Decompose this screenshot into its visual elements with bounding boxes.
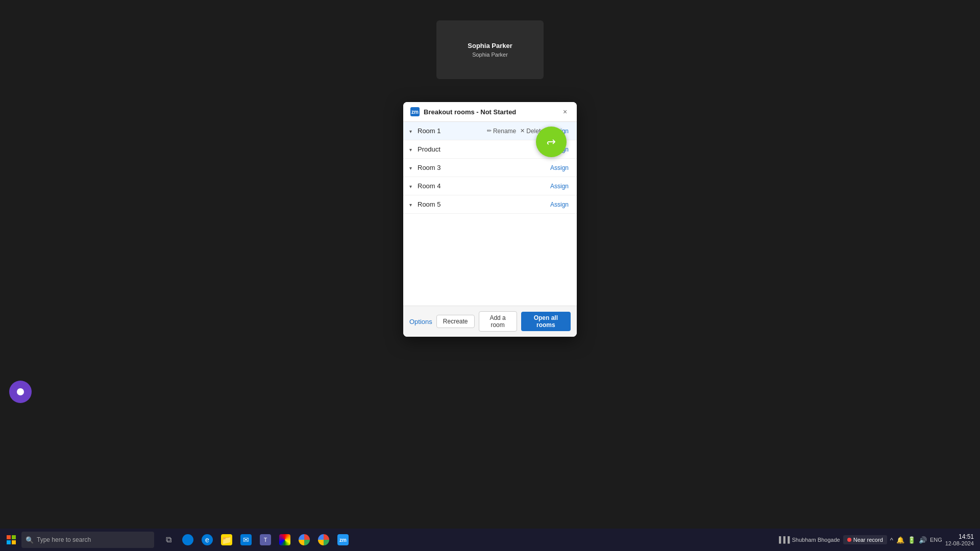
room-1-name: Room 1	[418, 127, 487, 135]
room-4-name: Room 4	[418, 182, 548, 190]
add-room-button[interactable]: Add a room	[479, 311, 517, 332]
shubham-indicator: ▐▐▐ Shubham Bhogade	[777, 536, 840, 543]
modal-header: zm Breakout rooms - Not Started ×	[403, 102, 577, 122]
start-button[interactable]	[2, 531, 20, 549]
avatar-arrow-icon: ↩	[547, 135, 556, 148]
file-explorer-button[interactable]: 📁	[217, 531, 236, 549]
volume-icon[interactable]: 🔊	[919, 536, 927, 544]
taskbar-search-box[interactable]: 🔍 Type here to search	[21, 532, 154, 548]
windows-logo-icon	[7, 535, 16, 544]
room-row-4: ▾ Room 4 Assign	[403, 177, 577, 195]
modal-title: Breakout rooms - Not Started	[424, 108, 560, 116]
assign-room3-button[interactable]: Assign	[548, 163, 571, 172]
purple-circle[interactable]	[9, 381, 32, 403]
modal-close-button[interactable]: ×	[560, 107, 570, 116]
zoom-app-icon: zm	[337, 534, 349, 545]
widgets-icon	[182, 534, 193, 545]
modal-footer: Options Recreate Add a room Open all roo…	[403, 306, 577, 337]
frameio-icon	[279, 534, 290, 545]
chevron-room1-icon: ▾	[409, 129, 414, 134]
chrome-button-2[interactable]	[314, 531, 333, 549]
video-tile-sub: Sophia Parker	[472, 52, 508, 58]
chevron-room5-icon: ▾	[409, 202, 414, 207]
edge-icon: e	[202, 534, 213, 545]
chrome-icon-2	[318, 534, 329, 545]
taskview-icon: ⧉	[163, 534, 174, 545]
clock-time: 14:51	[959, 533, 974, 540]
battery-icon[interactable]: 🔋	[908, 536, 916, 544]
assign-room5-button[interactable]: Assign	[548, 200, 571, 209]
video-tile-name: Sophia Parker	[468, 42, 512, 49]
room-product-name: Product	[418, 145, 548, 153]
search-placeholder-text: Type here to search	[37, 536, 91, 543]
signal-icon: ▐▐▐	[777, 536, 790, 543]
taskview-button[interactable]: ⧉	[159, 531, 178, 549]
rename-room1-button[interactable]: ✏ Rename	[487, 128, 516, 135]
edge-button[interactable]: e	[198, 531, 216, 549]
chevron-room3-icon: ▾	[409, 165, 414, 170]
assign-room4-button[interactable]: Assign	[548, 182, 571, 191]
near-record-text: Near record	[853, 537, 883, 543]
search-icon: 🔍	[26, 536, 34, 544]
x-icon: ✕	[520, 128, 525, 134]
taskbar-right: ▐▐▐ Shubham Bhogade Near record ^ 🔔 🔋 🔊 …	[777, 533, 978, 546]
open-all-rooms-button[interactable]: Open all rooms	[521, 312, 571, 331]
video-tile: Sophia Parker Sophia Parker	[436, 20, 544, 79]
options-button[interactable]: Options	[409, 318, 432, 325]
chevron-room4-icon: ▾	[409, 184, 414, 189]
frameio-button[interactable]	[276, 531, 294, 549]
purple-circle-dot	[17, 388, 24, 395]
notification-icon[interactable]: 🔔	[896, 536, 904, 544]
recreate-button[interactable]: Recreate	[436, 315, 475, 328]
taskbar-apps: ⧉ e 📁 ✉ T zm	[159, 531, 352, 549]
language-label[interactable]: ENG	[930, 537, 942, 543]
zoom-icon: zm	[410, 107, 420, 116]
mail-button[interactable]: ✉	[237, 531, 255, 549]
zoom-app-button[interactable]: zm	[334, 531, 352, 549]
modal-empty-space	[403, 214, 577, 306]
room-5-name: Room 5	[418, 201, 548, 208]
room-row-5: ▾ Room 5 Assign	[403, 195, 577, 214]
mail-icon: ✉	[240, 534, 252, 545]
clock-date: 12-08-2024	[945, 540, 974, 546]
pencil-icon: ✏	[487, 128, 492, 134]
file-explorer-icon: 📁	[221, 534, 232, 545]
shubham-name: Shubham Bhogade	[792, 537, 840, 543]
clock[interactable]: 14:51 12-08-2024	[945, 533, 974, 546]
floating-avatar: ↩	[536, 127, 567, 157]
room-row-3: ▾ Room 3 Assign	[403, 159, 577, 177]
system-tray: ^ 🔔 🔋 🔊 ENG	[890, 536, 942, 544]
near-record-indicator[interactable]: Near record	[843, 535, 887, 544]
teams-button[interactable]: T	[256, 531, 275, 549]
chevron-product-icon: ▾	[409, 147, 414, 152]
teams-icon: T	[260, 534, 271, 545]
record-dot-icon	[847, 538, 851, 542]
widgets-button[interactable]	[179, 531, 197, 549]
taskbar: 🔍 Type here to search ⧉ e 📁 ✉ T	[0, 529, 980, 551]
chrome-button-1[interactable]	[295, 531, 313, 549]
chevron-up-icon[interactable]: ^	[890, 536, 893, 544]
chrome-icon-1	[299, 534, 310, 545]
room-3-name: Room 3	[418, 164, 548, 171]
